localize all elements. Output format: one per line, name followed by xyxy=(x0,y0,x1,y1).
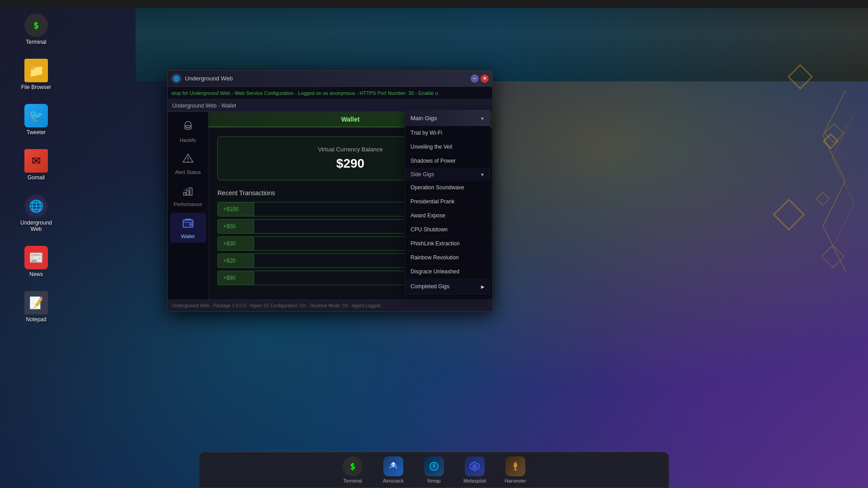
notepad-icon: 📝 xyxy=(24,291,48,314)
window-nav: Hackify Alert Status xyxy=(168,112,208,300)
airocrack-taskbar-icon xyxy=(383,456,403,476)
hackify-nav-label: Hackify xyxy=(179,137,196,143)
wallet-nav-label: Wallet xyxy=(181,234,194,239)
metasploit-taskbar-label: Metasploit xyxy=(463,478,486,483)
tx-amount: +$90 xyxy=(218,271,254,285)
side-gigs-title: Side Gigs xyxy=(410,171,434,178)
gomail-icon: ✉ xyxy=(24,149,48,173)
tweeter-icon: 🐦 xyxy=(24,104,48,127)
file-browser-icon: 📁 xyxy=(24,59,48,82)
desktop-icons-container: $ Terminal 📁 File Browser 🐦 Tweeter ✉ Go… xyxy=(18,14,54,323)
desktop-icon-file-browser[interactable]: 📁 File Browser xyxy=(18,59,54,90)
taskbar-top xyxy=(0,0,868,8)
gig-item-operation-soundwave[interactable]: Operation Soundwave xyxy=(405,181,490,195)
gigs-header-title: Main Gigs xyxy=(410,115,437,122)
desktop-icon-news[interactable]: 📰 News xyxy=(18,246,54,277)
underground-web-icon: 🌐 xyxy=(24,194,48,218)
underground-web-label: Underground Web xyxy=(18,220,54,232)
gigs-header-arrow-icon xyxy=(480,114,485,122)
window-urlbar: etup for Underground Web - Web Service C… xyxy=(168,87,492,99)
gig-item-trial-wifi[interactable]: Trial by Wi-Fi xyxy=(405,126,490,140)
gig-item-shadows-power[interactable]: Shadows of Power xyxy=(405,154,490,168)
desktop-icon-gomail[interactable]: ✉ Gomail xyxy=(18,149,54,181)
nmap-taskbar-label: Nmap xyxy=(427,478,440,483)
harvester-taskbar-icon xyxy=(505,456,525,476)
gig-item-unveiling-veil[interactable]: Unveiling the Veil xyxy=(405,140,490,154)
nmap-taskbar-icon xyxy=(424,456,444,476)
desktop-icon-terminal[interactable]: $ Terminal xyxy=(18,14,54,45)
window-icon: 🌐 xyxy=(171,74,181,84)
geo-lines-decoration xyxy=(755,90,868,316)
gig-item-phishlink[interactable]: PhishLink Extraction xyxy=(405,237,490,251)
gig-item-presidential-prank[interactable]: Presidential Prank xyxy=(405,195,490,209)
nav-item-performance[interactable]: Performance xyxy=(170,181,206,211)
window-close-button[interactable]: ✕ xyxy=(481,75,489,83)
notepad-label: Notepad xyxy=(26,316,46,323)
nav-item-alert-status[interactable]: Alert Status xyxy=(170,149,206,178)
tx-amount: +$20 xyxy=(218,254,254,267)
tx-amount: +$100 xyxy=(218,202,254,216)
taskbar-item-nmap[interactable]: Nmap xyxy=(418,456,450,483)
svg-point-3 xyxy=(185,122,191,128)
terminal-taskbar-icon: $ xyxy=(343,456,363,476)
gig-item-disgrace-unleashed[interactable]: Disgrace Unleashed xyxy=(405,265,490,279)
nav-item-wallet[interactable]: Wallet xyxy=(170,213,206,243)
desktop-icon-tweeter[interactable]: 🐦 Tweeter xyxy=(18,104,54,136)
tx-amount: +$30 xyxy=(218,237,254,250)
taskbar-item-harvester[interactable]: Harvester xyxy=(500,456,531,483)
taskbar-item-metasploit[interactable]: Metasploit xyxy=(459,456,491,483)
svg-rect-12 xyxy=(189,224,192,225)
performance-nav-label: Performance xyxy=(174,202,202,207)
svg-rect-1 xyxy=(816,192,829,205)
terminal-icon: $ xyxy=(24,14,48,37)
bottom-taskbar: $ Terminal Airocrack Nmap Metasploit Har… xyxy=(199,452,669,488)
gig-item-cpu-shutdown[interactable]: CPU Shutdown xyxy=(405,223,490,237)
metasploit-taskbar-icon xyxy=(465,456,485,476)
tx-amount: +$50 xyxy=(218,220,254,233)
completed-gigs-label: Completed Gigs xyxy=(410,283,449,290)
window-titlebar: 🌐 Underground Web − ✕ xyxy=(168,70,492,87)
desktop-icon-underground-web[interactable]: 🌐 Underground Web xyxy=(18,194,54,232)
news-label: News xyxy=(29,271,43,277)
desktop-icon-notepad[interactable]: 📝 Notepad xyxy=(18,291,54,323)
gig-item-rainbow-revolution[interactable]: Rainbow Revolution xyxy=(405,251,490,265)
completed-gigs-row[interactable]: Completed Gigs xyxy=(405,279,490,294)
svg-rect-9 xyxy=(187,190,189,195)
side-gigs-list: Operation SoundwavePresidential PrankAwa… xyxy=(405,181,490,279)
harvester-taskbar-label: Harvester xyxy=(505,478,526,483)
alert-status-nav-label: Alert Status xyxy=(175,169,201,175)
side-gigs-arrow-icon xyxy=(480,171,485,178)
svg-point-7 xyxy=(188,161,189,162)
section-title: Underground Web - Wallet xyxy=(172,103,236,109)
wallet-nav-icon xyxy=(182,216,194,232)
gigs-header[interactable]: Main Gigs xyxy=(405,110,490,126)
window-statusbar: Underground Web - Package 1.0.0.0 - Hype… xyxy=(168,300,492,311)
terminal-label: Terminal xyxy=(26,39,46,45)
nav-item-hackify[interactable]: Hackify xyxy=(170,117,206,146)
svg-point-13 xyxy=(392,465,394,467)
window-title: Underground Web xyxy=(185,75,467,82)
tweeter-label: Tweeter xyxy=(27,129,46,136)
gig-item-award-expose[interactable]: Award Expose xyxy=(405,209,490,223)
side-gigs-header[interactable]: Side Gigs xyxy=(405,168,490,181)
gigs-panel: Main Gigs Trial by Wi-FiUnveiling the Ve… xyxy=(405,109,491,295)
window-controls: − ✕ xyxy=(471,75,489,83)
taskbar-item-terminal[interactable]: $ Terminal xyxy=(337,456,368,483)
hackify-nav-icon xyxy=(182,120,194,136)
window-minimize-button[interactable]: − xyxy=(471,75,479,83)
alert-status-nav-icon xyxy=(182,152,194,168)
news-icon: 📰 xyxy=(24,246,48,269)
file-browser-label: File Browser xyxy=(21,84,52,90)
taskbar-item-airocrack[interactable]: Airocrack xyxy=(377,456,409,483)
statusbar-text: Underground Web - Package 1.0.0.0 - Hype… xyxy=(172,303,382,308)
content-header-title: Wallet xyxy=(341,116,360,123)
airocrack-taskbar-label: Airocrack xyxy=(383,478,404,483)
svg-rect-10 xyxy=(190,188,192,195)
urlbar-text: etup for Underground Web - Web Service C… xyxy=(171,90,438,96)
gomail-label: Gomail xyxy=(28,174,45,181)
svg-rect-2 xyxy=(821,245,844,267)
main-gigs-list: Trial by Wi-FiUnveiling the VeilShadows … xyxy=(405,126,490,168)
completed-gigs-arrow-icon xyxy=(481,283,485,290)
svg-rect-8 xyxy=(184,192,186,195)
terminal-taskbar-label: Terminal xyxy=(343,478,362,483)
